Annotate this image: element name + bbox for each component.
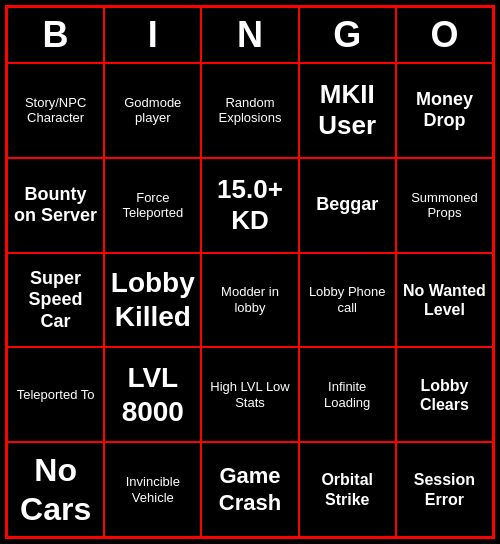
header-b: B <box>8 8 105 62</box>
cell-1-3: Random Explosions <box>202 64 299 157</box>
cell-4-2: LVL 8000 <box>105 348 202 441</box>
bingo-row-2: Bounty on Server Force Teleported 15.0+ … <box>8 159 492 254</box>
cell-3-3: Modder in lobby <box>202 254 299 347</box>
cell-5-5: Session Error <box>397 443 492 536</box>
cell-2-3: 15.0+ KD <box>202 159 299 252</box>
cell-2-2: Force Teleported <box>105 159 202 252</box>
header-i: I <box>105 8 202 62</box>
bingo-row-5: No Cars Invincible Vehicle Game Crash Or… <box>8 443 492 536</box>
cell-5-1: No Cars <box>8 443 105 536</box>
cell-2-5: Summoned Props <box>397 159 492 252</box>
bingo-card: B I N G O Story/NPC Character Godmode pl… <box>5 5 495 539</box>
cell-3-5: No Wanted Level <box>397 254 492 347</box>
header-o: O <box>397 8 492 62</box>
cell-3-4: Lobby Phone call <box>300 254 397 347</box>
cell-1-1: Story/NPC Character <box>8 64 105 157</box>
bingo-grid: Story/NPC Character Godmode player Rando… <box>8 64 492 536</box>
bingo-header: B I N G O <box>8 8 492 64</box>
cell-4-3: High LVL Low Stats <box>202 348 299 441</box>
bingo-row-3: Super Speed Car Lobby Killed Modder in l… <box>8 254 492 349</box>
cell-2-4: Beggar <box>300 159 397 252</box>
cell-2-1: Bounty on Server <box>8 159 105 252</box>
header-n: N <box>202 8 299 62</box>
cell-1-5: Money Drop <box>397 64 492 157</box>
cell-3-1: Super Speed Car <box>8 254 105 347</box>
cell-5-3: Game Crash <box>202 443 299 536</box>
cell-4-1: Teleported To <box>8 348 105 441</box>
cell-1-2: Godmode player <box>105 64 202 157</box>
bingo-row-4: Teleported To LVL 8000 High LVL Low Stat… <box>8 348 492 443</box>
cell-4-4: Infinite Loading <box>300 348 397 441</box>
cell-5-4: Orbital Strike <box>300 443 397 536</box>
header-g: G <box>300 8 397 62</box>
cell-5-2: Invincible Vehicle <box>105 443 202 536</box>
cell-1-4: MKII User <box>300 64 397 157</box>
cell-4-5: Lobby Clears <box>397 348 492 441</box>
cell-3-2: Lobby Killed <box>105 254 202 347</box>
bingo-row-1: Story/NPC Character Godmode player Rando… <box>8 64 492 159</box>
